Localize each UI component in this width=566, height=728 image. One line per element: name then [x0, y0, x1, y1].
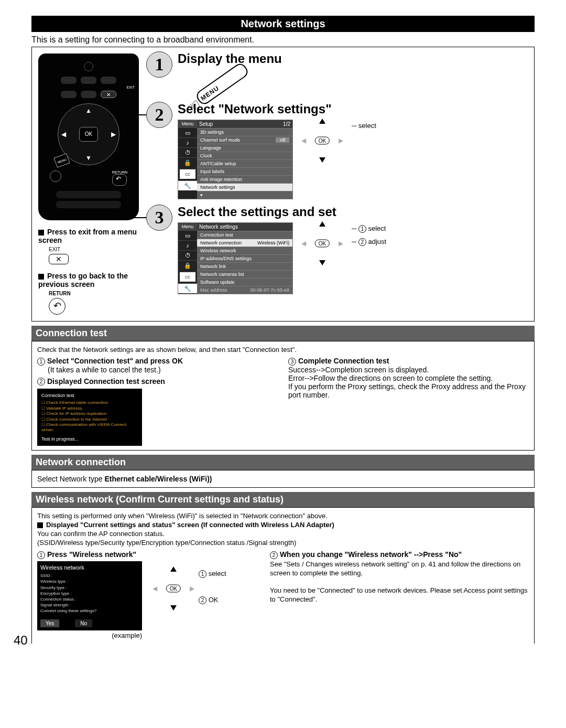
dpad-label: 1 select 2 OK: [199, 568, 226, 609]
remote-exit-button[interactable]: ✕: [101, 91, 116, 98]
arrow-right-icon: ▶: [339, 137, 343, 144]
osd-row[interactable]: Wireless network: [197, 247, 292, 254]
ok-indicator: OK: [166, 585, 181, 593]
step-number-2: 2: [146, 102, 172, 128]
remote-ok-button[interactable]: OK: [79, 127, 98, 142]
dpad-graphic: ◀ ▶ OK: [153, 568, 194, 609]
network-settings-osd: Menu ▭ ♪ ⏱ 🔒 CC 🔧 Network settings: [178, 222, 293, 294]
yes-button[interactable]: Yes: [40, 619, 59, 627]
arrow-up-icon: [170, 566, 177, 572]
title-bar: Network settings: [31, 16, 535, 32]
osd-row-selected[interactable]: Network connectionWireless (WiFi): [197, 239, 292, 247]
example-label: (example): [37, 631, 142, 639]
osd-row: Mac address00-0b-97-7c-65-e9: [197, 286, 292, 294]
dpad-right-icon: ▶: [111, 131, 116, 138]
dpad-graphic: ◀ ▶ OK: [301, 120, 343, 162]
connection-test-intro: Check that the Network settings are as s…: [37, 346, 529, 355]
return-button-icon: ↶: [49, 298, 66, 315]
audio-icon: ♪: [178, 137, 197, 147]
step-1-title: Display the menu: [178, 51, 530, 66]
connection-test-section: Check that the Network settings are as s…: [31, 341, 535, 451]
lock-icon: 🔒: [178, 157, 197, 167]
osd-row[interactable]: Network link: [197, 262, 292, 270]
wireless-network-section: This setting is performed only when "Wir…: [31, 507, 535, 644]
osd-row[interactable]: Connection test: [197, 231, 292, 239]
dpad-label: ─ 1 select ─ 2 adjust: [352, 222, 386, 248]
remote-exit-label: EXIT: [126, 85, 135, 89]
exit-button-icon: ✕: [49, 254, 69, 264]
wireless-network-screen: Wireless network SSID : Wireless type : …: [37, 561, 142, 630]
network-connection-section: Select Network type Ethernet cable/Wirel…: [31, 470, 535, 488]
intro-text: This is a setting for connecting to a br…: [31, 35, 535, 45]
network-connection-header: Network connection: [31, 455, 535, 470]
arrow-up-icon: [319, 119, 325, 124]
step-number-3: 3: [146, 205, 172, 231]
arrow-up-icon: [319, 221, 325, 227]
dpad-up-icon: ▲: [85, 107, 92, 114]
osd-row[interactable]: Language: [197, 144, 292, 152]
bullet-icon: [38, 274, 44, 280]
arrow-right-icon: ▶: [190, 585, 194, 592]
no-button[interactable]: No: [75, 619, 92, 627]
arrow-left-icon: ◀: [153, 585, 157, 592]
dpad-graphic: ◀ ▶ OK: [301, 222, 343, 264]
osd-row[interactable]: ANT/Cable setup: [197, 159, 292, 167]
arrow-down-icon: [319, 260, 325, 265]
remote-return-button[interactable]: [112, 174, 127, 186]
cc-icon: CC: [180, 169, 195, 179]
audio-icon: ♪: [178, 240, 197, 250]
exit-note: Press to exit from a menu screen EXIT✕: [38, 228, 139, 264]
setup-icon: 🔧: [178, 283, 197, 293]
bullet-icon: [37, 522, 43, 528]
osd-row-selected[interactable]: Network settings: [197, 183, 292, 191]
ok-indicator: OK: [315, 137, 330, 145]
timer-icon: ⏱: [178, 250, 197, 260]
connection-test-header: Connection test: [31, 326, 535, 341]
wireless-network-header: Wireless network (Confirm Current settin…: [31, 492, 535, 507]
bullet-icon: [38, 230, 44, 235]
timer-icon: ⏱: [178, 147, 197, 157]
osd-row[interactable]: Network cameras list: [197, 270, 292, 278]
page-number: 40: [14, 633, 28, 648]
arrow-left-icon: ◀: [301, 137, 306, 144]
setup-menu-osd: Menu ▭ ♪ ⏱ 🔒 CC 🔧 Setup1/2: [178, 120, 293, 199]
lock-icon: 🔒: [178, 260, 197, 270]
remote-generic-button[interactable]: [50, 170, 61, 182]
step-3-title: Select the settings and set: [178, 205, 530, 219]
osd-row[interactable]: IP address/DNS settings: [197, 254, 292, 262]
dpad-left-icon: ◀: [61, 131, 66, 138]
dpad-down-icon: ▼: [85, 154, 92, 162]
remote-control: EXIT ✕ ▲ ▼ ◀ ▶ OK MENU RETURN: [38, 53, 139, 220]
setup-icon: 🔧: [178, 180, 197, 190]
osd-row[interactable]: Software update: [197, 278, 292, 286]
return-note: Press to go back to the previous screen …: [38, 272, 139, 315]
arrow-right-icon: ▶: [339, 240, 343, 247]
arrow-down-icon: [319, 157, 325, 163]
osd-row[interactable]: 3D settings: [197, 128, 292, 136]
dpad-label: ─ select: [352, 120, 376, 133]
cc-icon: CC: [180, 272, 195, 282]
ok-indicator: OK: [315, 240, 330, 248]
connection-test-screen: Connection test ☐ Check Ethernet cable c…: [37, 389, 142, 445]
step-number-1: 1: [146, 51, 172, 78]
arrow-left-icon: ◀: [301, 240, 306, 247]
remote-dpad[interactable]: ▲ ▼ ◀ ▶ OK MENU: [58, 103, 119, 165]
osd-row[interactable]: Anti image retention: [197, 175, 292, 183]
step-2-title: Select "Network settings": [178, 102, 530, 116]
remote-menu-button[interactable]: MENU: [53, 153, 70, 168]
steps-box: EXIT ✕ ▲ ▼ ◀ ▶ OK MENU RETURN: [31, 47, 535, 322]
picture-icon: ▭: [178, 230, 197, 240]
osd-row[interactable]: Input labels: [197, 167, 292, 175]
osd-row[interactable]: Clock: [197, 152, 292, 159]
arrow-down-icon: [170, 605, 177, 611]
osd-row[interactable]: Channel surf modeAll: [197, 136, 292, 144]
remote-return-label: RETURN: [112, 170, 127, 174]
picture-icon: ▭: [178, 127, 197, 137]
menu-button-graphic: MENU ☜: [194, 61, 250, 106]
remote-led: [84, 62, 93, 71]
